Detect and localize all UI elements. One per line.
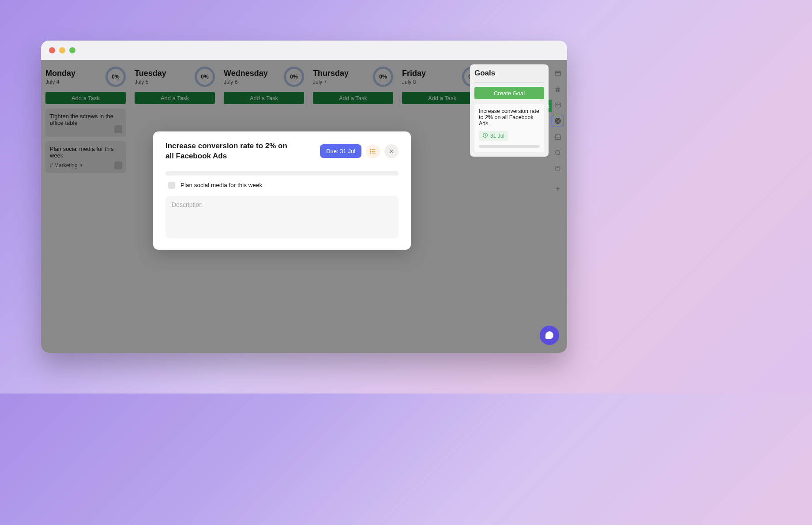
- inbox-icon[interactable]: [552, 131, 564, 143]
- window-close-dot[interactable]: [49, 47, 55, 53]
- content-area: Monday July 4 0% Add a Task Tighten the …: [41, 60, 567, 353]
- svg-point-10: [370, 153, 371, 154]
- plus-icon[interactable]: [552, 183, 564, 195]
- modal-subtask-row[interactable]: Plan social media for this week: [165, 182, 398, 189]
- goals-title: Goals: [474, 69, 544, 78]
- svg-point-6: [556, 150, 560, 154]
- goal-card[interactable]: Increase conversion rate to 2% on all Fa…: [474, 104, 544, 152]
- mail-icon[interactable]: [552, 99, 564, 111]
- goal-title: Increase conversion rate to 2% on all Fa…: [479, 108, 540, 127]
- close-icon[interactable]: [384, 144, 398, 158]
- side-rail: [549, 64, 567, 195]
- subtask-label: Plan social media for this week: [180, 182, 262, 188]
- create-goal-button[interactable]: Create Goal: [474, 87, 544, 99]
- svg-rect-1: [555, 71, 560, 76]
- subtask-checkbox[interactable]: [168, 182, 175, 189]
- modal-progress-bar: [165, 171, 398, 176]
- target-icon[interactable]: [552, 115, 564, 127]
- window-minimize-dot[interactable]: [59, 47, 65, 53]
- goal-modal: Increase conversion rate to 2% on all Fa…: [153, 131, 411, 250]
- svg-point-4: [556, 120, 560, 123]
- chat-bubble-button[interactable]: [540, 326, 559, 345]
- clock-icon: [482, 132, 488, 139]
- divider: [474, 82, 544, 82]
- svg-point-9: [370, 151, 371, 152]
- hash-icon[interactable]: [552, 83, 564, 95]
- modal-header: Increase conversion rate to 2% on all Fa…: [165, 141, 398, 161]
- svg-rect-7: [556, 166, 560, 171]
- modal-actions: Due: 31 Jul: [320, 144, 398, 158]
- goal-progress-bar: [479, 145, 540, 148]
- chat-icon: [545, 331, 553, 339]
- titlebar: [41, 41, 567, 60]
- app-window: Monday July 4 0% Add a Task Tighten the …: [41, 41, 567, 353]
- svg-point-3: [555, 118, 560, 124]
- bookmark-icon[interactable]: [552, 162, 564, 175]
- goals-panel: Goals Create Goal Increase conversion ra…: [470, 64, 549, 157]
- calendar-icon[interactable]: [552, 67, 564, 79]
- goal-due-badge: 31 Jul: [479, 131, 508, 141]
- svg-point-5: [557, 120, 558, 121]
- goal-due-date: 31 Jul: [490, 133, 504, 139]
- search-icon[interactable]: [552, 146, 564, 159]
- window-maximize-dot[interactable]: [69, 47, 75, 53]
- due-date-pill[interactable]: Due: 31 Jul: [320, 144, 361, 158]
- modal-title: Increase conversion rate to 2% on all Fa…: [165, 141, 289, 161]
- list-icon[interactable]: [366, 144, 380, 158]
- description-input[interactable]: Description: [165, 196, 398, 238]
- svg-point-8: [370, 149, 371, 150]
